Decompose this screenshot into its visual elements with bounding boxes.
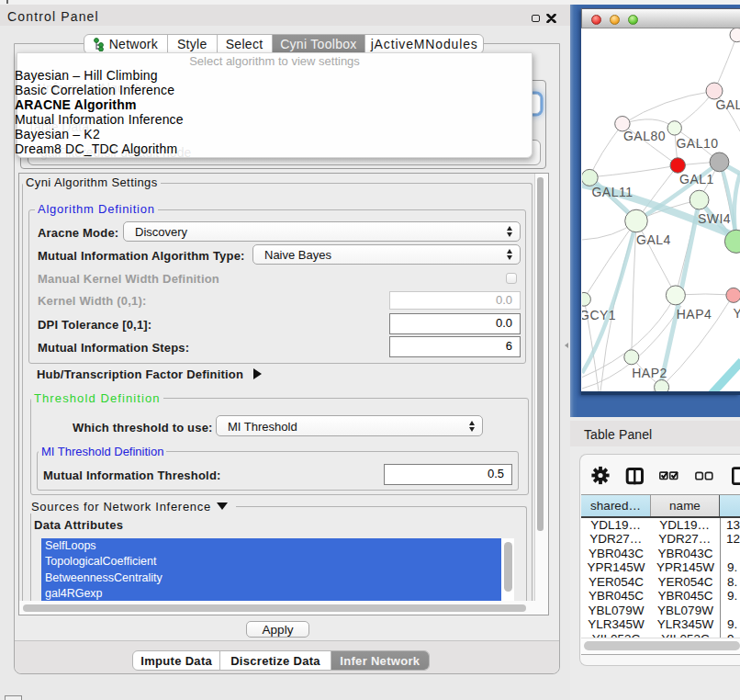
svg-text:GAL1: GAL1 bbox=[679, 172, 714, 186]
svg-text:HAP4: HAP4 bbox=[677, 307, 712, 322]
svg-text:GAL11: GAL11 bbox=[591, 185, 633, 199]
svg-text:SWI4: SWI4 bbox=[698, 211, 731, 226]
svg-text:HAP2: HAP2 bbox=[632, 366, 667, 380]
svg-text:GAL7: GAL7 bbox=[715, 97, 740, 112]
svg-text:GAL80: GAL80 bbox=[623, 129, 666, 143]
svg-text:GAL4: GAL4 bbox=[636, 232, 671, 247]
svg-text:GAL10: GAL10 bbox=[676, 136, 718, 151]
svg-text:GCY1: GCY1 bbox=[582, 308, 616, 322]
svg-text:Y: Y bbox=[733, 306, 740, 321]
